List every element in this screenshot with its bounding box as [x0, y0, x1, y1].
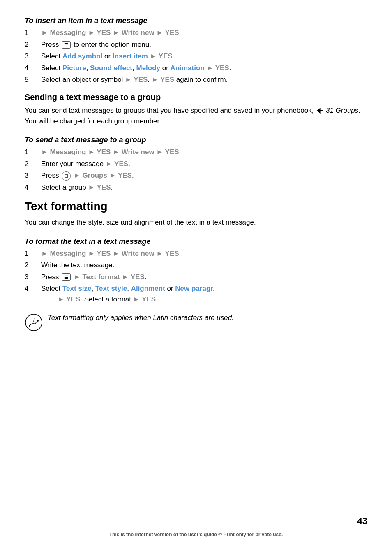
f-step-num-1: 1 [25, 248, 41, 259]
f-step4-cont: ► YES. Select a format ► YES. [58, 295, 158, 303]
f-step-content-1: ► Messaging ► YES ► Write new ► YES. [41, 248, 367, 259]
insert-step-3: 3 Select Add symbol or Insert item ► YES… [25, 51, 367, 62]
step-content-3: Select Add symbol or Insert item ► YES. [41, 51, 367, 62]
sg-step-content-2: Enter your message ► YES. [41, 159, 367, 169]
format-step-4: 4 Select Text size, Text style, Alignmen… [25, 283, 367, 304]
format-title: To format the text in a text message [25, 237, 367, 246]
page-number: 43 [357, 516, 367, 526]
sg-step3-arrow: ► Groups ► YES [74, 171, 132, 179]
step-content-4: Select Picture, Sound effect, Melody or … [41, 63, 367, 74]
alignment: Alignment [131, 285, 165, 292]
picture: Picture [62, 64, 86, 72]
sending-group-title: Sending a text message to a group [25, 93, 367, 102]
text-formatting-para: You can change the style, size and align… [25, 217, 367, 228]
note-icon: i [25, 313, 43, 331]
send-group-step-3: 3 Press ► Groups ► YES. [25, 170, 367, 181]
sg-step2-arrow: ► YES [106, 160, 128, 168]
svg-point-2 [29, 325, 30, 327]
inner-circle [65, 174, 68, 178]
text-style: Text style [95, 285, 127, 292]
step-num-4: 4 [25, 63, 41, 74]
sg-step-content-4: Select a group ► YES. [41, 182, 367, 193]
option-icon-2: ☰ [62, 273, 71, 281]
add-symbol: Add symbol [62, 52, 102, 60]
sg-step-num-1: 1 [25, 147, 41, 158]
insert-section: To insert an item in a text message 1 ► … [25, 16, 367, 85]
f-step4-arrow: ► YES [58, 295, 80, 303]
melody: Melody [136, 64, 160, 72]
step5-arrow1: ► YES [125, 76, 148, 83]
format-steps: 1 ► Messaging ► YES ► Write new ► YES. 2… [25, 248, 367, 305]
format-step-3: 3 Press ☰ ► Text format ► YES. [25, 272, 367, 283]
sg-step4-arrow: ► YES [88, 183, 111, 191]
sending-group-section: Sending a text message to a group You ca… [25, 93, 367, 127]
f-step-content-3: Press ☰ ► Text format ► YES. [41, 272, 367, 283]
format-step-1: 1 ► Messaging ► YES ► Write new ► YES. [25, 248, 367, 259]
insert-step-1: 1 ► Messaging ► YES ► Write new ► YES. [25, 28, 367, 38]
sg-step1-text: ► Messaging ► YES ► Write new ► YES [41, 148, 179, 156]
insert-steps: 1 ► Messaging ► YES ► Write new ► YES. 2… [25, 28, 367, 85]
format-howto: To format the text in a text message 1 ►… [25, 237, 367, 305]
sending-group-para: You can send text messages to groups tha… [25, 105, 367, 127]
step-num-2: 2 [25, 39, 41, 50]
f-step-content-4: Select Text size, Text style, Alignment … [41, 283, 367, 304]
send-group-step-2: 2 Enter your message ► YES. [25, 159, 367, 169]
f-step4-arrow2: ► YES [133, 295, 156, 303]
send-group-step-4: 4 Select a group ► YES. [25, 182, 367, 193]
step-num-5: 5 [25, 74, 41, 85]
circle-nav-icon [62, 171, 71, 181]
sg-step-num-2: 2 [25, 159, 41, 169]
f-step3-arrow: ► Text format ► YES [74, 273, 145, 281]
sg-step-content-3: Press ► Groups ► YES. [41, 170, 367, 181]
sg-step-content-1: ► Messaging ► YES ► Write new ► YES. [41, 147, 367, 158]
f-step-num-4: 4 [25, 283, 41, 304]
f-step-num-2: 2 [25, 260, 41, 271]
svg-text:i: i [33, 318, 35, 322]
footer-text: This is the Internet version of the user… [0, 532, 392, 537]
insert-section-title: To insert an item in a text message [25, 16, 367, 25]
f-step1-text: ► Messaging ► YES ► Write new ► YES [41, 250, 179, 257]
insert-item: Insert item [113, 52, 148, 60]
option-icon: ☰ [62, 41, 71, 49]
svg-point-3 [37, 320, 39, 322]
sg-step-num-4: 4 [25, 182, 41, 193]
send-group-howto: To send a text message to a group 1 ► Me… [25, 136, 367, 192]
new-paragr: New paragr. [175, 285, 214, 292]
insert-step-5: 5 Select an object or symbol ► YES. ► YE… [25, 74, 367, 85]
f-step-num-3: 3 [25, 272, 41, 283]
groups-ref: 31 Groups [326, 107, 358, 114]
send-group-step-1: 1 ► Messaging ► YES ► Write new ► YES. [25, 147, 367, 158]
sound-effect: Sound effect [90, 64, 132, 72]
note-svg: i [25, 313, 43, 331]
text-size: Text size [62, 285, 92, 292]
step-content-2: Press ☰ to enter the option menu. [41, 39, 367, 50]
send-group-title: To send a text message to a group [25, 136, 367, 144]
svg-point-0 [25, 314, 42, 331]
step-num-3: 3 [25, 51, 41, 62]
insert-step-2: 2 Press ☰ to enter the option menu. [25, 39, 367, 50]
animation: Animation [171, 64, 205, 72]
f-step-content-2: Write the text message. [41, 260, 367, 271]
format-step-2: 2 Write the text message. [25, 260, 367, 271]
step-content-1: ► Messaging ► YES ► Write new ► YES. [41, 28, 367, 38]
step4-arrow: ► YES [206, 64, 229, 72]
text-formatting-section: Text formatting You can change the style… [25, 200, 367, 228]
step3-arrow: ► YES [150, 52, 173, 60]
step-content-5: Select an object or symbol ► YES. ► YES … [41, 74, 367, 85]
book-arrow-icon [317, 108, 323, 114]
sg-step-num-3: 3 [25, 170, 41, 181]
step1-text: ► Messaging ► YES ► Write new ► YES [41, 29, 179, 37]
step-num-1: 1 [25, 28, 41, 38]
send-group-steps: 1 ► Messaging ► YES ► Write new ► YES. 2… [25, 147, 367, 192]
insert-step-4: 4 Select Picture, Sound effect, Melody o… [25, 63, 367, 74]
note-box: i Text formatting only applies when Lati… [25, 313, 367, 331]
text-formatting-title: Text formatting [25, 200, 367, 213]
step5-arrow2: ► YES [152, 76, 174, 83]
note-text: Text formatting only applies when Latin … [48, 313, 234, 323]
